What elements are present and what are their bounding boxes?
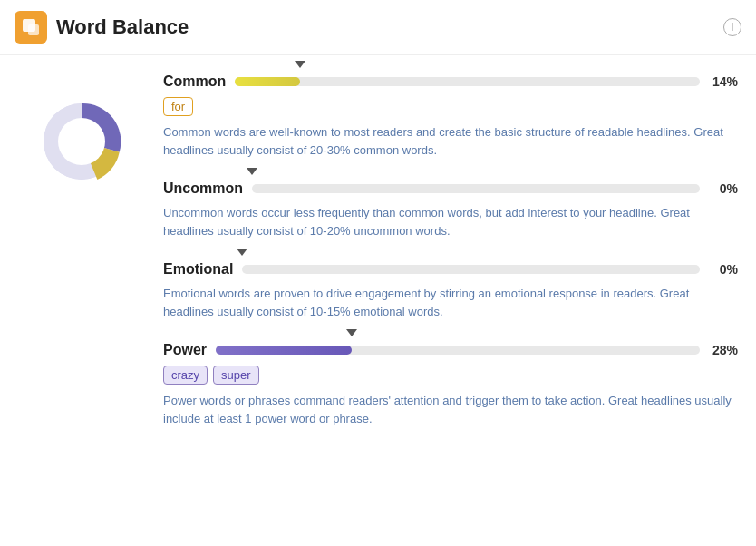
emotional-pct: 0% xyxy=(709,262,738,277)
content-area: Common 14% for Common words are well-kno… xyxy=(0,55,756,445)
tag-super: super xyxy=(213,366,259,385)
common-indicator xyxy=(295,61,305,68)
uncommon-description: Uncommon words occur less frequently tha… xyxy=(163,204,738,239)
svg-point-4 xyxy=(58,118,105,165)
power-label: Power xyxy=(163,342,207,358)
emotional-bar-container xyxy=(242,265,700,274)
metric-uncommon: Uncommon 0% Uncommon words occur less fr… xyxy=(163,180,738,239)
common-bar-container xyxy=(235,77,700,86)
metrics-section: Common 14% for Common words are well-kno… xyxy=(163,73,738,427)
power-pct: 28% xyxy=(709,343,738,357)
metric-power: Power 28% crazy super Power words or phr… xyxy=(163,342,738,427)
metric-emotional: Emotional 0% Emotional words are proven … xyxy=(163,261,738,320)
common-bar-row: Common 14% xyxy=(163,73,738,90)
emotional-description: Emotional words are proven to drive enga… xyxy=(163,285,738,320)
uncommon-pct: 0% xyxy=(709,181,738,196)
power-bar-container xyxy=(216,346,700,355)
pie-chart xyxy=(32,92,131,191)
word-balance-widget: Word Balance i xyxy=(0,0,756,546)
app-logo-icon xyxy=(15,11,47,44)
uncommon-label: Uncommon xyxy=(163,180,243,197)
power-tags: crazy super xyxy=(163,366,738,385)
page-title: Word Balance xyxy=(56,15,189,39)
emotional-label: Emotional xyxy=(163,261,233,278)
emotional-indicator xyxy=(237,249,247,256)
header: Word Balance i xyxy=(0,0,756,55)
common-label: Common xyxy=(163,73,226,90)
uncommon-bar-row: Uncommon 0% xyxy=(163,180,738,197)
common-description: Common words are well-known to most read… xyxy=(163,123,738,159)
power-description: Power words or phrases command readers' … xyxy=(163,392,738,427)
metric-common: Common 14% for Common words are well-kno… xyxy=(163,73,738,159)
common-pct: 14% xyxy=(709,74,738,89)
uncommon-bar-container xyxy=(252,184,700,193)
pie-chart-section xyxy=(18,73,145,427)
svg-rect-1 xyxy=(28,24,39,35)
uncommon-indicator xyxy=(247,168,257,175)
emotional-bar-row: Emotional 0% xyxy=(163,261,738,278)
tag-crazy: crazy xyxy=(163,366,208,385)
power-bar-fill xyxy=(216,346,352,355)
tag-for: for xyxy=(163,97,193,116)
common-bar-fill xyxy=(235,77,300,86)
power-bar-row: Power 28% xyxy=(163,342,738,358)
common-tags: for xyxy=(163,97,738,116)
power-indicator xyxy=(346,329,357,336)
info-icon[interactable]: i xyxy=(723,18,741,36)
